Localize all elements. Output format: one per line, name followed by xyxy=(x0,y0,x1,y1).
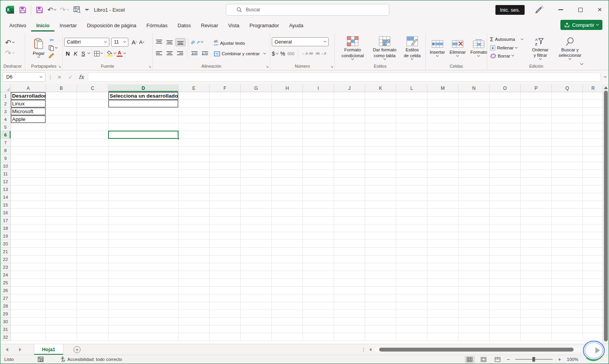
cell-H32[interactable] xyxy=(272,333,303,341)
cell-C17[interactable] xyxy=(77,217,108,224)
cell-K32[interactable] xyxy=(365,333,396,341)
cell-L7[interactable] xyxy=(396,139,427,147)
cell-I2[interactable] xyxy=(303,100,334,108)
row-header-24[interactable]: 24 xyxy=(0,271,11,279)
cell-G31[interactable] xyxy=(241,326,272,333)
cell-R5[interactable] xyxy=(583,123,604,131)
cell-G23[interactable] xyxy=(241,263,272,271)
zoom-in-button[interactable]: + xyxy=(558,356,561,362)
conditional-formatting-button[interactable]: Formato condicional xyxy=(336,35,369,61)
cell-E24[interactable] xyxy=(178,271,210,279)
cell-M9[interactable] xyxy=(427,154,458,162)
horizontal-scroll-thumb[interactable] xyxy=(379,348,574,352)
cell-B23[interactable] xyxy=(46,263,77,271)
cell-O1[interactable] xyxy=(490,92,521,100)
cell-N3[interactable] xyxy=(458,108,490,116)
cell-L32[interactable] xyxy=(396,333,427,341)
cell-G11[interactable] xyxy=(241,170,272,178)
cell-R9[interactable] xyxy=(583,154,604,162)
cell-E1[interactable] xyxy=(178,92,210,100)
column-header-G[interactable]: G xyxy=(241,84,272,92)
cell-C4[interactable] xyxy=(77,116,108,123)
cell-J15[interactable] xyxy=(334,201,365,209)
row-header-28[interactable]: 28 xyxy=(0,302,11,310)
cell-A32[interactable] xyxy=(11,333,46,341)
tab-insertar[interactable]: Insertar xyxy=(54,20,82,32)
fill-button[interactable]: Rellenar xyxy=(489,44,524,51)
row-header-23[interactable]: 23 xyxy=(0,263,11,271)
cell-P32[interactable] xyxy=(521,333,552,341)
cell-G10[interactable] xyxy=(241,162,272,170)
cell-P25[interactable] xyxy=(521,279,552,287)
row-header-10[interactable]: 10 xyxy=(0,162,11,170)
cell-P13[interactable] xyxy=(521,186,552,193)
share-button[interactable]: Compartir xyxy=(560,20,602,30)
cell-C26[interactable] xyxy=(77,287,108,294)
redo-button[interactable]: ↷ xyxy=(60,7,68,13)
cell-D18[interactable] xyxy=(108,224,178,232)
cell-K14[interactable] xyxy=(365,193,396,201)
cell-K4[interactable] xyxy=(365,116,396,123)
increase-font-icon[interactable]: A^ xyxy=(131,39,138,45)
cell-L31[interactable] xyxy=(396,326,427,333)
cell-O18[interactable] xyxy=(490,224,521,232)
cell-B24[interactable] xyxy=(46,271,77,279)
cell-D28[interactable] xyxy=(108,302,178,310)
cell-J12[interactable] xyxy=(334,178,365,186)
cell-H18[interactable] xyxy=(272,224,303,232)
row-header-3[interactable]: 3 xyxy=(0,108,11,116)
row-header-25[interactable]: 25 xyxy=(0,279,11,287)
tab-ayuda[interactable]: Ayuda xyxy=(284,20,308,32)
cell-R14[interactable] xyxy=(583,193,604,201)
cell-A12[interactable] xyxy=(11,178,46,186)
cell-G8[interactable] xyxy=(241,147,272,154)
row-header-26[interactable]: 26 xyxy=(0,287,11,294)
cell-I3[interactable] xyxy=(303,108,334,116)
search-input[interactable]: Buscar xyxy=(226,4,389,16)
cell-E11[interactable] xyxy=(178,170,210,178)
cell-N30[interactable] xyxy=(458,318,490,326)
cell-H24[interactable] xyxy=(272,271,303,279)
cell-N11[interactable] xyxy=(458,170,490,178)
cell-R30[interactable] xyxy=(583,318,604,326)
row-header-7[interactable]: 7 xyxy=(0,139,11,147)
row-header-15[interactable]: 15 xyxy=(0,201,11,209)
cell-A25[interactable] xyxy=(11,279,46,287)
cell-G12[interactable] xyxy=(241,178,272,186)
cell-I29[interactable] xyxy=(303,310,334,318)
cell-J27[interactable] xyxy=(334,294,365,302)
cell-N22[interactable] xyxy=(458,256,490,263)
cell-G30[interactable] xyxy=(241,318,272,326)
cell-C3[interactable] xyxy=(77,108,108,116)
cell-N29[interactable] xyxy=(458,310,490,318)
cell-A8[interactable] xyxy=(11,147,46,154)
cell-B27[interactable] xyxy=(46,294,77,302)
cell-F25[interactable] xyxy=(210,279,241,287)
cell-O8[interactable] xyxy=(490,147,521,154)
cell-Q16[interactable] xyxy=(552,209,583,217)
cell-Q21[interactable] xyxy=(552,248,583,256)
cell-N23[interactable] xyxy=(458,263,490,271)
cell-O5[interactable] xyxy=(490,123,521,131)
cell-B31[interactable] xyxy=(46,326,77,333)
cell-K17[interactable] xyxy=(365,217,396,224)
cell-G20[interactable] xyxy=(241,240,272,248)
cell-G5[interactable] xyxy=(241,123,272,131)
cell-F10[interactable] xyxy=(210,162,241,170)
cell-H3[interactable] xyxy=(272,108,303,116)
cell-M17[interactable] xyxy=(427,217,458,224)
cell-F20[interactable] xyxy=(210,240,241,248)
cell-L26[interactable] xyxy=(396,287,427,294)
cell-P23[interactable] xyxy=(521,263,552,271)
next-sheet-arrow[interactable] xyxy=(19,348,21,352)
cell-I31[interactable] xyxy=(303,326,334,333)
decrease-font-icon[interactable]: A˅ xyxy=(138,39,145,45)
cell-K8[interactable] xyxy=(365,147,396,154)
cell-I6[interactable] xyxy=(303,131,334,139)
cell-F31[interactable] xyxy=(210,326,241,333)
cell-P22[interactable] xyxy=(521,256,552,263)
cell-K9[interactable] xyxy=(365,154,396,162)
cell-J13[interactable] xyxy=(334,186,365,193)
cell-Q31[interactable] xyxy=(552,326,583,333)
numero-dialog-launcher[interactable]: ↘ xyxy=(330,65,333,68)
